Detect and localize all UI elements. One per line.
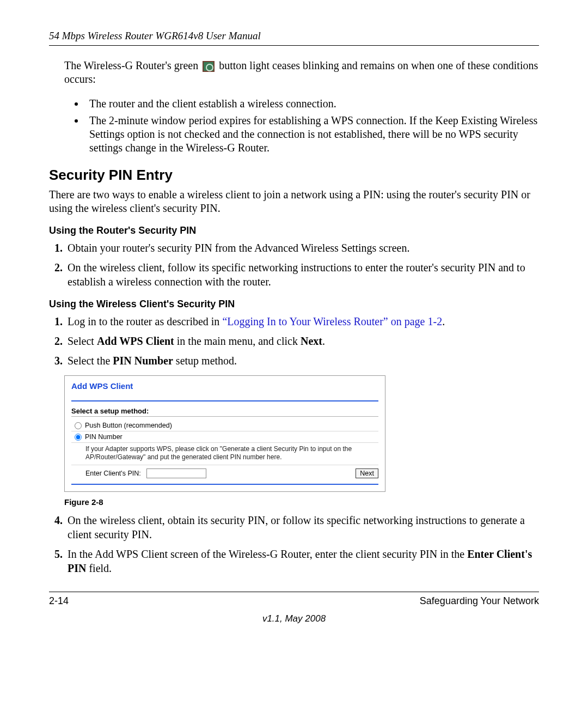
wps-button-icon <box>203 61 215 72</box>
enter-pin-row: Enter Client's PIN: Next <box>71 465 378 478</box>
subheading-client-pin: Using the Wireless Client's Security PIN <box>49 299 539 310</box>
intro-bullet-list: The router and the client establish a wi… <box>64 97 539 155</box>
step-item: In the Add WPS Client screen of the Wire… <box>65 547 539 575</box>
figure-caption: Figure 2-8 <box>64 497 539 507</box>
screenshot-panel: Add WPS Client Select a setup method: Pu… <box>64 375 385 492</box>
step-text: setup method. <box>173 355 237 367</box>
header-rule <box>49 45 539 46</box>
footer: 2-14 Safeguarding Your Network <box>49 595 539 607</box>
radio-label: PIN Number <box>85 433 122 441</box>
step-text: . <box>442 315 445 327</box>
bullet-item: The router and the client establish a wi… <box>85 97 539 111</box>
radio-push-button[interactable]: Push Button (recommended) <box>71 420 378 431</box>
intro-block: The Wireless-G Router's green button lig… <box>64 59 539 155</box>
step-text: . <box>322 335 325 347</box>
step-text: Select the <box>68 355 113 367</box>
radio-pin-number[interactable]: PIN Number <box>71 431 378 443</box>
select-method-label: Select a setup method: <box>71 407 378 417</box>
step-text: Log in to the router as described in <box>68 315 222 327</box>
ui-term: PIN Number <box>113 355 173 367</box>
step-item: On the wireless client, obtain its secur… <box>65 513 539 541</box>
figure-add-wps-client: Add WPS Client Select a setup method: Pu… <box>64 375 539 492</box>
step-item: Select Add WPS Client in the main menu, … <box>65 334 539 348</box>
radio-label: Push Button (recommended) <box>85 422 172 429</box>
subheading-router-pin: Using the Router's Security PIN <box>49 225 539 236</box>
chapter-title: Safeguarding Your Network <box>420 595 539 607</box>
intro-text-a: The Wireless-G Router's green <box>64 59 201 71</box>
ui-term: Add WPS Client <box>97 335 174 347</box>
panel-rule <box>71 400 378 401</box>
step-text: in the main menu, and click <box>174 335 301 347</box>
running-header: 54 Mbps Wireless Router WGR614v8 User Ma… <box>49 30 539 42</box>
manual-page: 54 Mbps Wireless Router WGR614v8 User Ma… <box>0 0 588 706</box>
step-text: field. <box>86 562 112 574</box>
section-heading: Security PIN Entry <box>49 167 539 184</box>
next-button[interactable]: Next <box>356 468 378 478</box>
bullet-item: The 2-minute window period expires for e… <box>85 114 539 155</box>
panel-title: Add WPS Client <box>71 381 378 391</box>
step-item: Select the PIN Number setup method. <box>65 354 539 368</box>
page-number: 2-14 <box>49 595 69 607</box>
cross-reference-link[interactable]: “Logging In to Your Wireless Router” on … <box>222 315 442 327</box>
version-line: v1.1, May 2008 <box>49 613 539 624</box>
footer-rule <box>49 592 539 592</box>
enter-pin-label: Enter Client's PIN: <box>85 470 141 477</box>
steps-list-router: Obtain your router's security PIN from t… <box>49 241 539 289</box>
ui-term: Next <box>301 335 322 347</box>
step-text: In the Add WPS Client screen of the Wire… <box>68 548 467 560</box>
intro-paragraph: The Wireless-G Router's green button lig… <box>64 59 539 86</box>
step-text: Select <box>68 335 97 347</box>
step-item: On the wireless client, follow its speci… <box>65 260 539 289</box>
hint-text: If your Adapter supports WPS, please cli… <box>71 443 378 465</box>
radio-input[interactable] <box>75 422 82 429</box>
steps-list-client-cont: On the wireless client, obtain its secur… <box>49 513 539 575</box>
steps-list-client: Log in to the router as described in “Lo… <box>49 314 539 368</box>
panel-rule-bottom <box>71 484 378 485</box>
client-pin-input[interactable] <box>146 468 206 478</box>
step-item: Log in to the router as described in “Lo… <box>65 314 539 328</box>
section-paragraph: There are two ways to enable a wireless … <box>49 188 539 215</box>
radio-input[interactable] <box>75 434 82 441</box>
step-item: Obtain your router's security PIN from t… <box>65 241 539 255</box>
